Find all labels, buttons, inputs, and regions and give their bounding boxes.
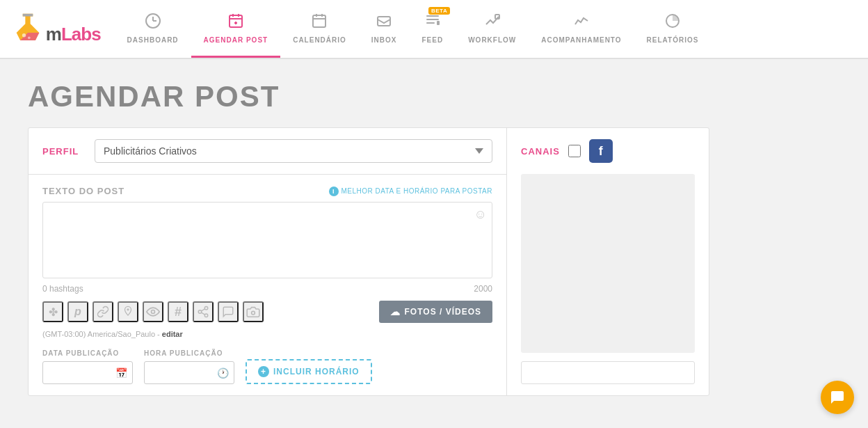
svg-line-31 [201,309,204,311]
feed-icon [424,13,441,33]
hashtag-icon[interactable]: # [168,301,188,322]
svg-line-30 [201,312,204,315]
nav-item-dashboard[interactable]: DASHBOARD [115,0,191,58]
cloud-upload-icon: ☁ [390,306,401,317]
acompanhamento-icon [573,13,590,33]
datetime-row: DATA PUBLICAÇÃO 📅 HORA PUBLICAÇÃO 🕐 [42,349,492,384]
nav-item-inbox[interactable]: INBOX [359,0,410,58]
textarea-footer: 0 hashtags 2000 [42,284,492,294]
inbox-label: INBOX [371,36,397,44]
emoji-button[interactable]: ☺ [474,207,487,222]
hora-input-wrapper: 🕐 [144,361,234,384]
toolbar: ✤ p # [42,301,492,323]
texto-section: TEXTO DO POST i MELHOR DATA E HORÁRIO PA… [29,175,506,395]
nav-item-acompanhamento[interactable]: ACOMPANHAMENTO [529,0,634,58]
nav-item-workflow[interactable]: WORKFLOW [456,0,529,58]
left-panel: PERFIL Publicitários Criativos TEXTO DO … [29,128,507,395]
svg-rect-2 [23,14,33,17]
svg-point-3 [22,33,26,37]
chat-icon [829,389,846,406]
logo: mLabs [0,0,115,58]
canais-label: CANAIS [521,146,560,157]
perfil-row: PERFIL Publicitários Criativos [29,128,506,175]
hashtags-count: 0 hashtags [42,284,83,294]
logo-text: mLabs [14,13,101,45]
svg-point-4 [28,37,31,40]
comment-icon[interactable] [218,301,239,322]
hora-publicacao-label: HORA PUBLICAÇÃO [144,349,234,357]
inbox-icon [376,13,392,33]
svg-point-29 [204,314,208,317]
page-content: AGENDAR POST PERFIL Publicitários Criati… [0,59,868,417]
perfil-label: PERFIL [42,146,81,157]
calendario-label: CALENDÁRIO [293,36,346,44]
plus-icon: + [258,366,269,377]
fotos-btn-label: FOTOS / VÍDEOS [405,307,481,317]
timezone-text: (GMT-03:00) America/Sao_Paulo - [42,330,162,338]
info-icon: i [329,187,339,196]
relatorios-label: RELATÓRIOS [647,36,699,44]
feed-label: FEED [422,36,444,44]
fotos-videos-button[interactable]: ☁ FOTOS / VÍDEOS [379,301,492,323]
data-publicacao-label: DATA PUBLICAÇÃO [42,349,133,357]
dashboard-label: DASHBOARD [127,36,179,44]
relatorios-icon [664,13,681,33]
nav-item-feed[interactable]: BETA FEED [410,0,456,58]
main-card: PERFIL Publicitários Criativos TEXTO DO … [28,127,709,396]
dashboard-icon [145,13,161,33]
hora-publicacao-group: HORA PUBLICAÇÃO 🕐 [144,349,234,384]
nav-item-calendario[interactable]: CALENDÁRIO [280,0,359,58]
texto-label: TEXTO DO POST [42,186,124,196]
canais-row: CANAIS f [521,139,695,163]
location-icon[interactable] [118,301,138,322]
pinterest-icon[interactable]: p [67,301,88,322]
hora-publicacao-input[interactable] [144,361,234,384]
svg-point-28 [198,310,202,314]
svg-rect-19 [426,15,439,17]
agendar-post-label: AGENDAR POST [204,36,268,44]
timezone-row: (GMT-03:00) America/Sao_Paulo - editar [42,330,492,338]
channel-checkbox[interactable] [568,145,581,157]
svg-point-27 [204,307,208,310]
texto-header: TEXTO DO POST i MELHOR DATA E HORÁRIO PA… [42,186,492,196]
svg-rect-20 [426,19,439,20]
svg-point-26 [152,310,155,314]
share-icon[interactable] [193,301,214,322]
perfil-select[interactable]: Publicitários Criativos [95,139,492,163]
post-textarea[interactable] [42,202,492,278]
data-publicacao-group: DATA PUBLICAÇÃO 📅 [42,349,133,384]
svg-rect-23 [495,15,499,19]
camera-icon[interactable] [243,301,264,322]
data-publicacao-input[interactable] [42,361,133,384]
svg-point-25 [127,308,129,310]
nav-item-relatorios[interactable]: RELATÓRIOS [634,0,712,58]
incluir-btn-label: INCLUIR HORÁRIO [273,367,360,377]
incluir-horario-button[interactable]: + INCLUIR HORÁRIO [246,359,372,384]
agendar-post-icon [227,13,244,33]
right-panel: CANAIS f [507,128,709,395]
acompanhamento-label: ACOMPANHAMENTO [541,36,621,44]
data-input-wrapper: 📅 [42,361,133,384]
chat-bubble-button[interactable] [821,381,854,414]
beta-badge: BETA [428,7,450,15]
svg-rect-22 [437,21,440,25]
best-time-text: MELHOR DATA E HORÁRIO PARA POSTAR [341,187,492,195]
workflow-icon [484,13,501,33]
eye-icon[interactable] [143,301,163,322]
char-count: 2000 [474,284,492,294]
svg-rect-21 [426,22,435,24]
timezone-edit-link[interactable]: editar [162,330,183,338]
link-icon[interactable] [93,301,113,322]
calendario-icon [311,13,328,33]
page-title: AGENDAR POST [28,80,840,113]
svg-rect-8 [230,15,242,27]
nav-item-agendar-post[interactable]: AGENDAR POST [191,0,281,58]
nav-items: DASHBOARD AGENDAR POST CALENDÁRIO INBOX … [115,0,868,58]
preview-input[interactable] [521,361,695,384]
pin-icon[interactable]: ✤ [42,301,63,322]
best-time-hint[interactable]: i MELHOR DATA E HORÁRIO PARA POSTAR [329,187,492,196]
workflow-label: WORKFLOW [468,36,516,44]
logo-flask-icon [15,13,40,40]
preview-area [521,174,695,353]
facebook-channel-button[interactable]: f [589,139,613,163]
